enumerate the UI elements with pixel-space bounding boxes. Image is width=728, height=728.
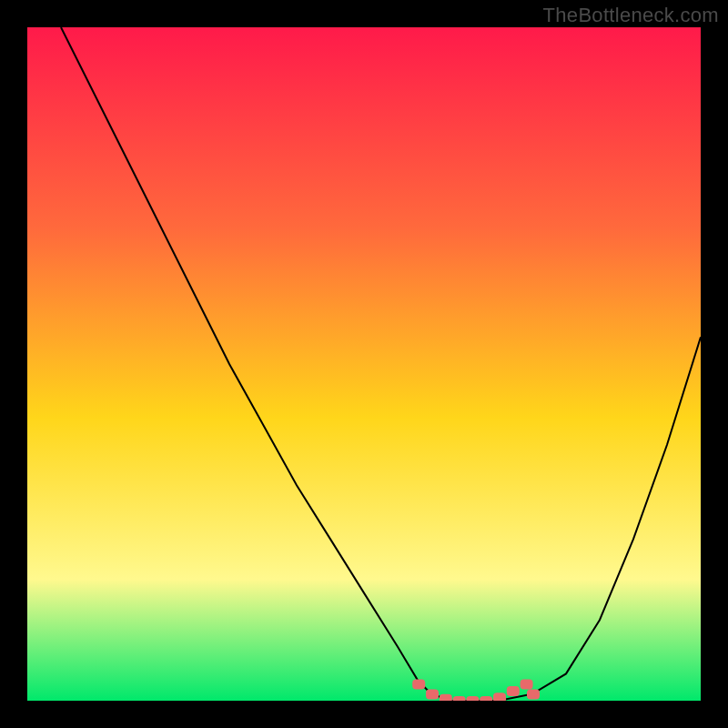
watermark-text: TheBottleneck.com [543,4,719,27]
highlight-marker [466,696,479,701]
plot-area [27,27,701,701]
highlight-marker [453,696,466,701]
highlight-marker [412,680,425,690]
highlight-marker [527,690,540,700]
highlight-marker [507,686,520,696]
highlight-marker [440,694,452,701]
chart-frame: TheBottleneck.com [0,0,728,728]
chart-svg [27,27,701,701]
highlight-marker [480,696,492,701]
highlight-marker [426,690,439,700]
highlight-marker [493,693,506,701]
highlight-marker [521,680,533,690]
gradient-background [27,27,701,701]
